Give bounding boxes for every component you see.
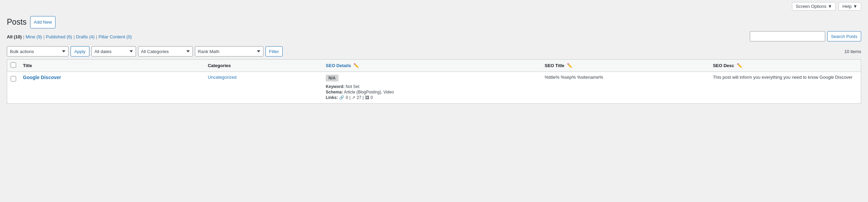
internal-links-count: 0: [346, 95, 348, 100]
table-body: Google Discover Uncategorized N/A Keywor…: [7, 72, 861, 104]
subsubsub-link-published[interactable]: Published (6): [46, 34, 72, 39]
separator-4: |: [96, 34, 97, 39]
help-label: Help: [842, 4, 852, 9]
mine-count: (9): [37, 34, 42, 39]
check-all-checkbox[interactable]: [11, 62, 16, 68]
page-title-row: Posts Add New: [7, 13, 861, 31]
subsubsub-link-drafts[interactable]: Drafts (4): [76, 34, 95, 39]
th-seo-title: SEO Title ✏️: [541, 60, 709, 72]
row-categories-cell: Uncategorized: [204, 72, 322, 104]
subsubsub-nav: All (10) | Mine (9) | Published (6) | Dr…: [7, 33, 132, 42]
seo-links-line: Links: 🔗 0 | ↗ 27 | 🖼 0: [326, 95, 538, 100]
table-row: Google Discover Uncategorized N/A Keywor…: [7, 72, 861, 104]
row-seo-title-cell: %title% %sep% %sitename%: [541, 72, 709, 104]
main-content: Posts Add New All (10) | Mine (9) | Publ…: [0, 13, 868, 104]
seo-schema-line: Schema: Article (BlogPosting), Video: [326, 90, 538, 94]
add-new-button[interactable]: Add New: [30, 16, 56, 28]
subsubsub-link-pillar[interactable]: Pillar Content (0): [98, 34, 132, 39]
link-icon: 🔗: [339, 95, 344, 100]
rankmath-select[interactable]: Rank Math: [195, 46, 263, 56]
all-count: (10): [14, 34, 22, 39]
th-seo-desc: SEO Desc ✏️: [709, 60, 861, 72]
image-links-count: 0: [371, 95, 373, 100]
th-title-label: Title: [23, 63, 32, 68]
th-title: Title: [20, 60, 204, 72]
help-chevron-icon: ▼: [853, 4, 857, 9]
row-checkbox[interactable]: [11, 76, 16, 81]
subsubsub-link-mine[interactable]: Mine (9): [26, 34, 42, 39]
seo-details-edit-icon[interactable]: ✏️: [354, 63, 359, 68]
row-checkbox-cell: [7, 72, 20, 104]
th-categories: Categories: [204, 60, 322, 72]
subsubsub-item-drafts: Drafts (4): [76, 34, 95, 39]
top-bar: Screen Options ▼ Help ▼: [0, 0, 868, 13]
row-title-cell: Google Discover: [20, 72, 204, 104]
seo-keyword-line: Keyword: Not Set: [326, 84, 538, 89]
table-head: Title Categories SEO Details ✏️ SEO Titl…: [7, 60, 861, 72]
published-count: (6): [67, 34, 72, 39]
links-separator-1: |: [349, 95, 350, 100]
row-seo-details-cell: N/A Keyword: Not Set Schema: Article (Bl…: [322, 72, 541, 104]
tablenav-left: Bulk actions Apply All dates All Categor…: [7, 46, 283, 56]
search-input[interactable]: [750, 31, 825, 41]
subsubsub-item-published: Published (6): [46, 34, 72, 39]
search-posts-button[interactable]: Search Posts: [827, 31, 861, 41]
filter-button[interactable]: Filter: [265, 46, 283, 56]
th-seo-title-label: SEO Title: [545, 63, 565, 68]
links-separator-2: |: [363, 95, 364, 100]
seo-desc-edit-icon[interactable]: ✏️: [737, 63, 742, 68]
th-categories-label: Categories: [208, 63, 231, 68]
apply-button[interactable]: Apply: [71, 46, 89, 56]
search-row: Search Posts: [750, 31, 861, 41]
drafts-count: (4): [89, 34, 95, 39]
posts-table: Title Categories SEO Details ✏️ SEO Titl…: [7, 59, 861, 104]
subsubsub-item-mine: Mine (9): [26, 34, 42, 39]
page-wrapper: Screen Options ▼ Help ▼ Posts Add New Al…: [0, 0, 868, 202]
image-link-icon: 🖼: [365, 95, 369, 100]
post-title-link[interactable]: Google Discover: [23, 75, 61, 80]
bulk-actions-select[interactable]: Bulk actions: [7, 46, 69, 56]
screen-options-button[interactable]: Screen Options ▼: [792, 2, 836, 11]
external-links-count: 27: [357, 95, 361, 100]
th-seo-desc-label: SEO Desc: [713, 63, 734, 68]
subsubsub-item-all: All (10): [7, 34, 22, 39]
screen-options-chevron-icon: ▼: [828, 4, 832, 9]
categories-select[interactable]: All Categories: [138, 46, 193, 56]
pillar-count: (0): [126, 34, 132, 39]
help-button[interactable]: Help ▼: [839, 2, 861, 11]
items-count: 10 items: [844, 49, 861, 54]
th-seo-details: SEO Details ✏️: [322, 60, 541, 72]
external-link-icon: ↗: [352, 95, 355, 100]
separator-3: |: [73, 34, 74, 39]
tablenav: Bulk actions Apply All dates All Categor…: [7, 45, 861, 59]
screen-options-label: Screen Options: [796, 4, 827, 9]
separator-2: |: [43, 34, 44, 39]
seo-title-edit-icon[interactable]: ✏️: [567, 63, 572, 68]
seo-details-link[interactable]: SEO Details: [326, 63, 351, 68]
row-seo-desc-cell: This post will inform you everything you…: [709, 72, 861, 104]
table-header-row: Title Categories SEO Details ✏️ SEO Titl…: [7, 60, 861, 72]
dates-select[interactable]: All dates: [91, 46, 136, 56]
seo-score-badge: N/A: [326, 75, 338, 81]
subsubsub-link-all[interactable]: All (10): [7, 34, 22, 39]
subsubsub-item-pillar: Pillar Content (0): [98, 34, 132, 39]
check-all-column: [7, 60, 20, 72]
category-link[interactable]: Uncategorized: [208, 75, 237, 80]
separator-1: |: [23, 34, 24, 39]
page-title: Posts: [7, 17, 27, 27]
